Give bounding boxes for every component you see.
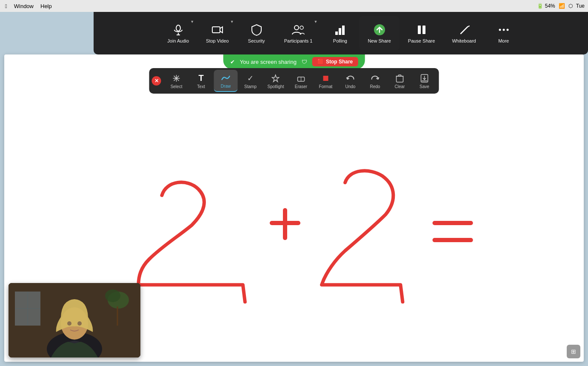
select-label: Select — [171, 84, 183, 89]
sharing-check-icon: ✔ — [230, 59, 235, 65]
svg-rect-11 — [339, 28, 341, 35]
sharing-bar: ✔ You are screen sharing 🛡 🟥 Stop Share — [223, 54, 365, 69]
security-button[interactable]: Security — [237, 16, 276, 50]
close-annotation-button[interactable]: ✕ — [152, 76, 161, 86]
format-tool-button[interactable]: Format — [314, 70, 337, 92]
more-label: More — [498, 38, 509, 43]
pause-share-button[interactable]: Pause Share — [400, 16, 444, 50]
time-display: Tue — [576, 3, 585, 9]
undo-label: Undo — [345, 84, 356, 89]
svg-point-20 — [506, 29, 508, 31]
join-audio-chevron: ▼ — [190, 20, 194, 24]
stop-video-icon — [211, 23, 223, 37]
more-button[interactable]: More — [485, 16, 523, 50]
text-icon: T — [198, 73, 203, 83]
spotlight-label: Spotlight — [268, 84, 284, 89]
stop-icon: 🟥 — [317, 59, 324, 65]
stop-video-label: Stop Video — [206, 38, 229, 43]
format-label: Format — [319, 84, 333, 89]
more-icon — [498, 23, 510, 37]
security-label: Security — [248, 38, 265, 43]
participants-button[interactable]: Participants 1 ▼ — [276, 16, 321, 50]
stop-share-button[interactable]: 🟥 Stop Share — [312, 57, 358, 66]
redo-button[interactable]: Redo — [363, 70, 387, 92]
svg-rect-14 — [418, 26, 421, 34]
text-tool-button[interactable]: T Text — [189, 70, 213, 92]
svg-point-44 — [77, 321, 82, 326]
svg-point-43 — [67, 321, 71, 326]
video-thumbnail — [9, 283, 140, 357]
save-icon — [420, 73, 428, 83]
svg-rect-23 — [323, 76, 328, 81]
pause-share-label: Pause Share — [408, 38, 435, 43]
draw-tool-button[interactable]: Draw — [214, 70, 238, 92]
redo-icon — [370, 73, 380, 83]
apple-menu[interactable]:  — [5, 3, 7, 9]
menubar-left:  Window Help — [5, 3, 52, 9]
stamp-label: Stamp — [244, 84, 257, 89]
format-icon — [321, 73, 330, 83]
menu-help[interactable]: Help — [40, 3, 52, 9]
new-share-icon — [374, 23, 385, 37]
clear-button[interactable]: Clear — [388, 70, 411, 92]
wifi-icon: 📶 — [559, 3, 565, 9]
spotlight-tool-button[interactable]: Spotlight — [263, 70, 288, 92]
stop-video-chevron: ▼ — [230, 20, 234, 24]
whiteboard-label: Whiteboard — [452, 38, 476, 43]
undo-icon — [345, 73, 355, 83]
svg-point-8 — [294, 26, 299, 30]
stamp-icon: ✓ — [247, 73, 254, 83]
battery-icon: 🔋 54% — [537, 3, 555, 9]
main-area: Join Audio ▼ Stop Video ▼ Security — [0, 12, 588, 366]
video-inner — [9, 283, 140, 357]
menu-window[interactable]: Window — [14, 3, 34, 9]
polling-icon — [334, 23, 345, 37]
join-audio-button[interactable]: Join Audio ▼ — [159, 16, 197, 50]
select-tool-button[interactable]: Select — [165, 70, 188, 92]
undo-button[interactable]: Undo — [338, 70, 362, 92]
stamp-tool-button[interactable]: ✓ Stamp — [239, 70, 263, 92]
svg-point-19 — [502, 29, 505, 31]
eraser-label: Eraser — [295, 84, 307, 89]
sharing-text: You are screen sharing — [240, 59, 297, 65]
svg-rect-15 — [422, 26, 425, 34]
text-label: Text — [197, 84, 205, 89]
participants-chevron: ▼ — [314, 20, 317, 24]
sharing-shield-icon: 🛡 — [302, 59, 307, 65]
save-button[interactable]: Save — [412, 70, 436, 92]
svg-point-38 — [105, 289, 120, 302]
save-label: Save — [420, 84, 429, 89]
stop-video-button[interactable]: Stop Video ▼ — [197, 16, 237, 50]
expand-icon: ⊞ — [571, 348, 576, 355]
zoom-toolbar: Join Audio ▼ Stop Video ▼ Security — [94, 12, 588, 54]
whiteboard-icon — [458, 23, 470, 37]
expand-video-button[interactable]: ⊞ — [567, 345, 580, 358]
annotation-toolbar: ✕ Select T Text Draw ✓ Stamp — [149, 68, 439, 94]
svg-point-18 — [499, 29, 501, 31]
svg-rect-24 — [396, 76, 403, 82]
redo-label: Redo — [370, 84, 380, 89]
eraser-icon — [296, 73, 305, 83]
svg-rect-12 — [342, 26, 345, 35]
pause-share-icon — [417, 23, 427, 37]
whiteboard-button[interactable]: Whiteboard — [443, 16, 484, 50]
participants-label: Participants 1 — [284, 38, 313, 43]
polling-label: Polling — [333, 38, 347, 43]
security-icon — [251, 23, 262, 37]
polling-button[interactable]: Polling — [321, 16, 359, 50]
svg-point-4 — [176, 25, 180, 31]
new-share-label: New Share — [368, 38, 391, 43]
participants-icon — [291, 23, 305, 37]
draw-label: Draw — [221, 84, 231, 89]
eraser-tool-button[interactable]: Eraser — [289, 70, 313, 92]
svg-line-17 — [468, 26, 469, 27]
new-share-button[interactable]: New Share — [359, 16, 399, 50]
stop-share-label: Stop Share — [326, 59, 353, 65]
spotlight-icon — [271, 73, 280, 83]
clear-icon — [395, 73, 404, 83]
svg-point-9 — [300, 26, 303, 29]
clear-label: Clear — [395, 84, 405, 89]
svg-rect-7 — [212, 27, 220, 33]
menubar-right: 🔋 54% 📶 ⬡ Tue — [537, 0, 585, 12]
join-audio-label: Join Audio — [167, 38, 189, 43]
